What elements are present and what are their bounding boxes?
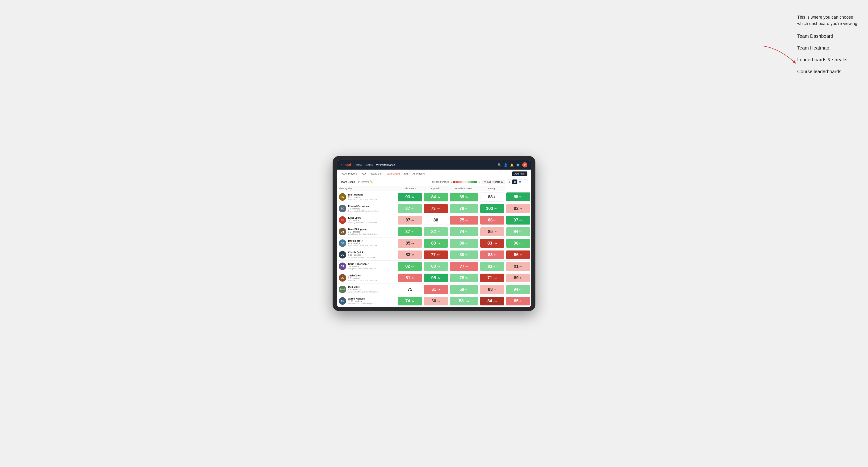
score-cell: 82 +4▲: [423, 226, 449, 238]
score-box: 103 +15▲: [480, 204, 504, 213]
player-club: Sunningdale Golf Club, United Kingdom: [348, 210, 379, 212]
score-change: -3▼: [493, 231, 497, 233]
annotation-item-3: Leaderboards & streaks: [797, 56, 863, 63]
score-change: -14▼: [436, 254, 441, 256]
score-change: -3▼: [411, 277, 414, 279]
subnav-team-clippd[interactable]: Team Clippd: [385, 170, 400, 177]
profile-icon[interactable]: 👤: [504, 163, 507, 167]
score-change: -4▼: [519, 300, 523, 302]
col-around-green[interactable]: Around the Green ↓: [449, 186, 479, 191]
score-value: 86: [488, 218, 493, 223]
score-cell: 80 +3▲: [449, 238, 479, 249]
add-team-button[interactable]: Add Team: [512, 172, 527, 176]
score-value: 61: [431, 287, 436, 292]
score-value: 75: [460, 218, 464, 223]
col-putting[interactable]: Putting ↓: [479, 186, 505, 191]
score-change: +10▲: [464, 300, 469, 302]
col-off-tee[interactable]: Off the Tee ↓: [397, 186, 423, 191]
player-name[interactable]: Dave Billingham: [348, 228, 395, 231]
score-change: -3▼: [411, 254, 414, 256]
score-cell: 103 +15▲: [479, 203, 505, 214]
score-change: +1▲: [465, 254, 469, 256]
player-info: CQ Charlie Quick✓ 6-10 Handicap St. Geor…: [339, 251, 395, 258]
subnav-pgat[interactable]: PGAT Players: [341, 170, 357, 177]
player-details: Edward Crossman 1-5 Handicap Sunningdale…: [348, 205, 395, 212]
view-person-button[interactable]: 👤: [518, 180, 522, 184]
score-change: +2▲: [437, 266, 440, 268]
score-value: 87: [405, 206, 410, 211]
score-box: 84 +6▲: [424, 193, 448, 201]
table-row: CQ Charlie Quick✓ 6-10 Handicap St. Geor…: [337, 249, 531, 261]
bell-icon[interactable]: 🔔: [510, 163, 514, 167]
score-box: 80 +1▲: [450, 250, 478, 259]
score-cell: 88 -1▼: [479, 191, 505, 203]
player-name[interactable]: Blair McHarg: [348, 193, 395, 196]
search-icon[interactable]: 🔍: [498, 163, 501, 167]
col-player-quality[interactable]: Player Quality ↓: [337, 186, 397, 191]
score-value: 87: [405, 229, 410, 234]
score-change: +1▲: [519, 231, 523, 233]
player-name[interactable]: Chris Robertson✓: [348, 263, 395, 266]
subnav-hcaps[interactable]: Hcaps 1-5: [370, 170, 382, 177]
score-value: 88: [488, 195, 493, 199]
user-avatar[interactable]: U: [522, 162, 527, 167]
player-name[interactable]: Elliot Ebert: [348, 217, 395, 219]
score-change: +3▲: [465, 242, 469, 244]
nav-icons: 🔍 👤 🔔 ⚙️ U: [498, 162, 527, 167]
score-box: 77 -3▼: [450, 262, 478, 271]
tablet-frame: clippd Home Teams My Performance 🔍 👤 🔔 ⚙…: [333, 156, 535, 311]
score-value: 82: [431, 229, 436, 234]
score-box: 97 +5▲: [506, 216, 530, 224]
last-rounds-button[interactable]: 📅 Last Rounds: 20: [482, 180, 505, 184]
player-name[interactable]: David Ford✓: [348, 240, 395, 242]
nav-my-performance[interactable]: My Performance: [376, 162, 395, 167]
player-club: St. George's Hill GC - Weybridge, Surrey…: [348, 256, 379, 258]
player-name[interactable]: Aaron Nicholls: [348, 298, 395, 300]
score-cell: 60 +2▲: [423, 261, 449, 272]
player-name[interactable]: Charlie Quick✓: [348, 251, 395, 254]
score-value: 82: [405, 264, 410, 269]
score-cell: 71 -11▼: [479, 272, 505, 284]
score-cell: 96 +3▲: [505, 238, 531, 249]
player-details: Blair McHarg Plus Handicap Royal North D…: [348, 193, 395, 200]
score-box: 80 +3▲: [450, 239, 478, 248]
score-value: 81: [406, 276, 410, 280]
score-cell: 83 -3▼: [397, 249, 423, 261]
annotation-panel: This is where you can choose which dashb…: [797, 14, 863, 80]
score-value: 84: [488, 299, 492, 304]
view-download-button[interactable]: ↓: [523, 180, 527, 184]
score-box: 81 -3▼: [398, 274, 422, 282]
score-value: 80: [460, 252, 464, 257]
nav-home[interactable]: Home: [355, 162, 362, 167]
player-details: Dave Billingham 1-5 Handicap Gog Magog G…: [348, 228, 395, 235]
score-value: 77: [460, 264, 464, 269]
score-change: +3▲: [411, 266, 415, 268]
nav-teams[interactable]: Teams: [365, 162, 373, 167]
col-approach[interactable]: Approach ↓: [423, 186, 449, 191]
score-box: 74 +1▲: [450, 227, 478, 236]
score-cell: 87 +1▲: [397, 203, 423, 214]
avatar: EC: [339, 205, 346, 212]
subnav-all-players[interactable]: All Players: [412, 170, 425, 177]
score-change: +9▲: [411, 196, 415, 198]
player-name[interactable]: Edward Crossman: [348, 205, 395, 208]
view-grid-button[interactable]: ⊞: [507, 180, 512, 184]
subnav-pga[interactable]: PGA: [361, 170, 366, 177]
score-value: 74: [405, 299, 410, 304]
settings-icon[interactable]: ⚙️: [516, 163, 520, 167]
player-name[interactable]: Josh Coles: [348, 274, 395, 277]
score-change: -3▼: [437, 288, 440, 290]
scale-cell-5: [465, 181, 468, 183]
player-name[interactable]: Matt Miller: [348, 286, 395, 288]
score-box: 85 -3▼: [398, 239, 422, 248]
avatar: CQ: [339, 251, 346, 258]
score-change: -6▼: [493, 254, 497, 256]
subnav-tour[interactable]: Tour: [404, 170, 408, 177]
score-change: -6▼: [493, 219, 497, 221]
score-box: 85 +8▲: [450, 193, 478, 201]
view-list-button[interactable]: ▦: [512, 180, 517, 184]
edit-icon[interactable]: ✏️: [370, 181, 373, 184]
score-value: 95: [514, 194, 519, 199]
score-change: +4▲: [493, 266, 497, 268]
table-row: DF David Ford✓ Plus Handicap Royal North…: [337, 238, 531, 249]
